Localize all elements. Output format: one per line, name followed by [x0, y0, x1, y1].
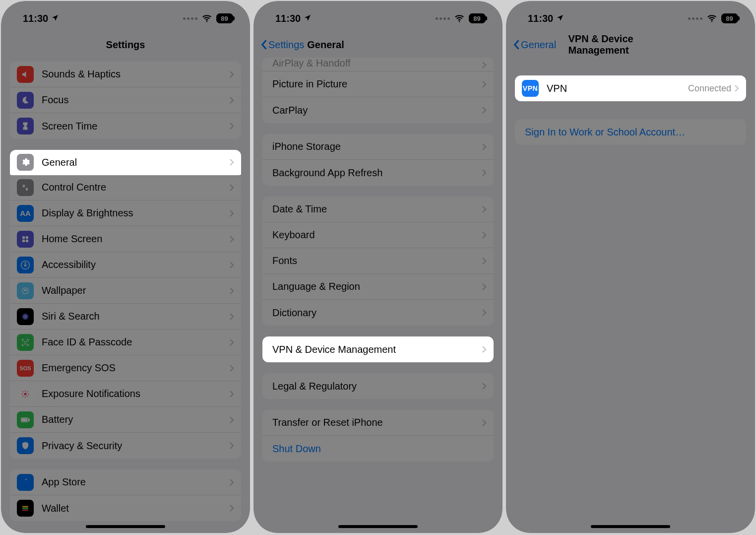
vpn-icon: VPN	[522, 80, 539, 97]
privacy-icon	[17, 437, 34, 454]
location-icon	[51, 13, 59, 24]
row-label: Screen Time	[42, 121, 229, 132]
row-transfer-reset[interactable]: Transfer or Reset iPhone	[262, 410, 494, 436]
row-focus[interactable]: Focus	[10, 87, 241, 113]
row-carplay[interactable]: CarPlay	[262, 97, 494, 123]
svg-point-0	[206, 21, 207, 22]
chevron-right-icon	[482, 345, 487, 353]
row-exposure-notifications[interactable]: Exposure Notifications	[10, 381, 241, 407]
wifi-icon	[454, 13, 465, 24]
svg-point-13	[24, 341, 24, 341]
row-picture-in-picture[interactable]: Picture in Picture	[262, 71, 494, 97]
row-iphone-storage[interactable]: iPhone Storage	[262, 134, 494, 160]
row-fonts[interactable]: Fonts	[262, 248, 494, 274]
home-indicator[interactable]	[591, 525, 670, 528]
row-signin-work-school[interactable]: Sign In to Work or School Account…	[515, 119, 746, 145]
highlight-general: General	[10, 150, 241, 175]
row-emergency-sos[interactable]: SOS Emergency SOS	[10, 355, 241, 381]
sos-icon: SOS	[17, 360, 34, 377]
row-display-brightness[interactable]: AA Display & Brightness	[10, 201, 241, 226]
row-privacy-security[interactable]: Privacy & Security	[10, 433, 241, 459]
svg-rect-8	[26, 239, 28, 242]
control-centre-icon	[17, 179, 34, 196]
row-vpn[interactable]: VPN VPN Connected	[515, 75, 746, 101]
row-home-screen[interactable]: Home Screen	[10, 226, 241, 252]
settings-group-0: Sounds & Haptics Focus Screen Time	[10, 62, 241, 139]
chevron-right-icon	[229, 261, 234, 269]
battery-icon: 89	[469, 13, 486, 23]
row-label: Picture in Picture	[272, 78, 482, 90]
svg-point-12	[22, 313, 28, 320]
row-keyboard[interactable]: Keyboard	[262, 222, 494, 248]
chevron-right-icon	[229, 235, 234, 243]
home-indicator[interactable]	[86, 525, 165, 528]
row-dictionary[interactable]: Dictionary	[262, 300, 494, 326]
signin-group: Sign In to Work or School Account…	[515, 119, 746, 145]
general-group-4: Legal & Regulatory	[262, 373, 494, 399]
home-indicator[interactable]	[338, 525, 418, 528]
highlight-vpn-row: VPN VPN Connected	[515, 75, 746, 101]
row-sounds-haptics[interactable]: Sounds & Haptics	[10, 62, 241, 87]
nav-bar: Settings General	[253, 32, 503, 58]
svg-point-10	[25, 262, 26, 264]
cell-signal-icon	[183, 17, 197, 20]
svg-line-23	[23, 396, 24, 397]
row-vpn-device-management[interactable]: VPN & Device Management	[262, 336, 494, 362]
row-wallet[interactable]: Wallet	[10, 495, 241, 521]
svg-rect-27	[22, 506, 28, 508]
row-label: Sign In to Work or School Account…	[525, 127, 739, 138]
row-face-id[interactable]: Face ID & Passcode	[10, 330, 241, 355]
siri-icon	[17, 308, 34, 325]
row-siri-search[interactable]: Siri & Search	[10, 304, 241, 330]
row-accessibility[interactable]: Accessibility	[10, 252, 241, 278]
page-title: VPN & Device Management	[568, 33, 693, 56]
chevron-right-icon	[229, 96, 234, 104]
row-app-store[interactable]: App Store	[10, 469, 241, 495]
row-label: Language & Region	[272, 281, 482, 292]
row-control-centre[interactable]: Control Centre	[10, 175, 241, 201]
chevron-right-icon	[482, 205, 487, 213]
chevron-right-icon	[482, 169, 487, 177]
row-date-time[interactable]: Date & Time	[262, 197, 494, 222]
row-general[interactable]: General	[10, 150, 241, 175]
row-airplay-handoff[interactable]: AirPlay & Handoff	[262, 58, 494, 71]
status-right: 89	[436, 13, 486, 24]
chevron-right-icon	[482, 309, 487, 317]
back-button[interactable]: General	[513, 39, 556, 51]
row-background-app-refresh[interactable]: Background App Refresh	[262, 160, 494, 186]
row-label: App Store	[42, 476, 229, 488]
row-language-region[interactable]: Language & Region	[262, 274, 494, 300]
row-screen-time[interactable]: Screen Time	[10, 113, 241, 139]
display-icon: AA	[17, 205, 34, 222]
general-group-0: AirPlay & Handoff Picture in Picture Car…	[262, 58, 494, 123]
row-label: Date & Time	[272, 203, 482, 215]
chevron-right-icon	[482, 419, 487, 427]
vpn-list[interactable]: VPN VPN Connected Sign In to Work or Sch…	[506, 58, 755, 533]
chevron-right-icon	[229, 184, 234, 192]
status-time: 11:30	[23, 13, 59, 24]
row-shut-down[interactable]: Shut Down	[262, 436, 494, 462]
chevron-right-icon	[482, 61, 487, 69]
svg-rect-25	[29, 419, 30, 420]
row-battery[interactable]: Battery	[10, 407, 241, 433]
row-label: VPN	[547, 83, 688, 94]
status-right: 89	[183, 13, 233, 24]
settings-list[interactable]: Sounds & Haptics Focus Screen Time	[1, 58, 250, 533]
back-button[interactable]: Settings	[260, 39, 304, 51]
screen-time-icon	[17, 118, 34, 134]
status-bar: 11:30 89	[253, 5, 503, 32]
chevron-right-icon	[229, 442, 234, 450]
location-icon	[304, 13, 312, 24]
row-label: Siri & Search	[42, 311, 229, 322]
row-label: Transfer or Reset iPhone	[272, 417, 482, 428]
row-wallpaper[interactable]: Wallpaper	[10, 278, 241, 304]
row-legal-regulatory[interactable]: Legal & Regulatory	[262, 373, 494, 399]
status-bar: 11:30 89	[506, 5, 755, 32]
wifi-icon	[201, 13, 212, 24]
chevron-right-icon	[482, 231, 487, 239]
svg-rect-2	[23, 187, 25, 187]
row-label: Face ID & Passcode	[42, 336, 229, 348]
back-label: General	[521, 39, 556, 51]
chevron-right-icon	[229, 478, 234, 486]
general-list[interactable]: AirPlay & Handoff Picture in Picture Car…	[253, 58, 503, 533]
